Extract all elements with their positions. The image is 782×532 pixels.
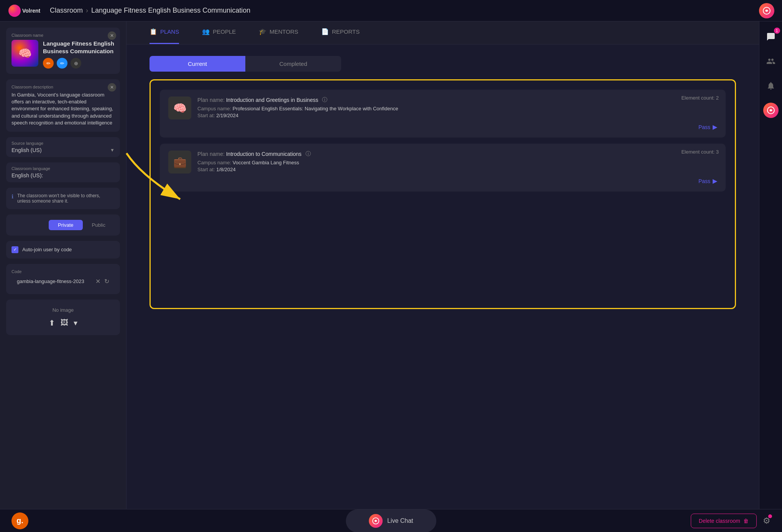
plan-card-1: Element count: 2 🧠 Plan name: xyxy=(160,90,726,138)
upload-actions: ⬆ 🖼 ▾ xyxy=(49,318,77,327)
user-avatar: g. xyxy=(12,512,28,529)
more-icon[interactable]: ▾ xyxy=(74,318,77,327)
plans-container: Element count: 2 🧠 Plan name: xyxy=(150,79,736,309)
description-text: In Gambia, Voccent's language classroom … xyxy=(12,92,115,126)
toggle-tabs: Private Public xyxy=(49,220,115,230)
classroom-thumbnail: 🧠 xyxy=(12,40,38,67)
right-notification-icon[interactable] xyxy=(763,78,779,93)
code-actions: ✕ ↻ xyxy=(95,278,109,285)
tab-mentors-label: MENTORS xyxy=(269,28,298,35)
plan-thumb-1: 🧠 xyxy=(168,97,191,119)
private-tab[interactable]: Private xyxy=(49,220,82,230)
plan-card-2: Element count: 3 💼 Plan name: xyxy=(160,144,726,192)
right-brand-icon[interactable] xyxy=(763,103,779,118)
sidebar: ✕ Classroom name 🧠 Language Fitness Engl… xyxy=(0,21,127,509)
visibility-toggle: Private Public xyxy=(6,214,120,236)
bottom-center: Live Chat xyxy=(346,509,436,532)
close-description[interactable]: ✕ xyxy=(108,83,116,92)
live-chat-button[interactable]: Live Chat xyxy=(346,509,436,532)
tab-people[interactable]: 👥 PEOPLE xyxy=(202,21,236,44)
close-classroom-name[interactable]: ✕ xyxy=(108,31,116,40)
gallery-icon[interactable]: 🖼 xyxy=(61,318,68,327)
delete-classroom-button[interactable]: Delete classroom 🗑 xyxy=(691,514,757,528)
source-language-arrow: ▼ xyxy=(110,147,115,153)
action-icons: ✏ ✏ ⊕ xyxy=(43,58,115,69)
bottom-bar: g. Live Chat Delete classroom 🗑 ⚙ xyxy=(0,509,782,532)
svg-text:Volrent: Volrent xyxy=(22,8,41,14)
description-label: Classroom description xyxy=(12,85,115,89)
pass-play-icon-1: ▶ xyxy=(713,123,717,131)
plan-title-row-1: Plan name: Introduction and Greetings in… xyxy=(197,97,717,103)
plans-icon: 📋 xyxy=(150,28,157,35)
code-refresh-btn[interactable]: ↻ xyxy=(104,278,109,285)
logo[interactable]: Volrent xyxy=(8,4,42,18)
plan-pass-row-2: Pass ▶ xyxy=(168,177,717,185)
pass-btn-2[interactable]: Pass ▶ xyxy=(698,177,717,185)
plan-title-row-2: Plan name: Introduction to Communication… xyxy=(197,151,717,157)
plan-campus-2: Campus name: Voccent Gambia Lang Fitness xyxy=(197,160,717,165)
plan-info-icon-2[interactable]: ⓘ xyxy=(306,151,311,157)
settings-badge xyxy=(768,514,772,518)
classroom-name-label: Classroom name xyxy=(12,33,115,38)
code-clear-btn[interactable]: ✕ xyxy=(95,278,100,285)
plan-content: Current Completed Element count: 2 🧠 xyxy=(127,44,759,509)
classroom-title: Language Fitness English Business Commun… xyxy=(43,40,115,55)
classroom-language-value: English (US): xyxy=(12,172,115,178)
tab-plans[interactable]: 📋 PLANS xyxy=(150,21,179,44)
source-language-field[interactable]: Source language English (US) ▼ xyxy=(6,137,120,157)
bottom-left: g. xyxy=(12,512,28,529)
view-toggle: Current Completed xyxy=(150,56,341,72)
visibility-notice-text: The classroom won't be visible to others… xyxy=(17,193,115,204)
tab-plans-label: PLANS xyxy=(160,28,179,35)
action-icon-1[interactable]: ✏ xyxy=(43,58,54,69)
plan-start-1: Start at: 2/19/2024 xyxy=(197,113,717,118)
delete-label: Delete classroom xyxy=(699,518,740,524)
action-icon-3[interactable]: ⊕ xyxy=(71,58,81,69)
autojoin-row: ✓ Auto-join user by code xyxy=(12,246,115,253)
autojoin-checkbox[interactable]: ✓ xyxy=(12,246,18,253)
main-layout: ✕ Classroom name 🧠 Language Fitness Engl… xyxy=(0,21,782,509)
classroom-language-label: Classroom language xyxy=(12,166,115,171)
upload-icon[interactable]: ⬆ xyxy=(49,318,55,327)
bottom-right: Delete classroom 🗑 ⚙ xyxy=(691,514,770,528)
svg-point-0 xyxy=(8,5,21,17)
visibility-notice-box: ℹ The classroom won't be visible to othe… xyxy=(6,188,120,209)
classroom-language-field: Classroom language English (US): xyxy=(6,162,120,182)
image-upload-card: No image ⬆ 🖼 ▾ xyxy=(6,300,120,335)
pass-btn-1[interactable]: Pass ▶ xyxy=(698,123,717,131)
current-btn[interactable]: Current xyxy=(150,56,245,72)
reports-icon: 📄 xyxy=(321,28,329,35)
no-image-label: No image xyxy=(53,307,74,313)
right-chat-icon[interactable]: 1 xyxy=(763,29,779,44)
code-field: gambia-language-fitness-2023 ✕ ↻ xyxy=(12,274,115,289)
brand-icon-top[interactable] xyxy=(759,3,774,18)
source-language-row: English (US) ▼ xyxy=(12,147,115,153)
classroom-name-card: ✕ Classroom name 🧠 Language Fitness Engl… xyxy=(6,28,120,74)
mentors-icon: 🎓 xyxy=(259,28,266,35)
plan-card-1-top: 🧠 Plan name: Introduction and Greetings … xyxy=(168,97,717,119)
source-language-label: Source language xyxy=(12,141,115,146)
plan-start-2: Start at: 1/8/2024 xyxy=(197,167,717,172)
plan-info-icon-1[interactable]: ⓘ xyxy=(322,97,327,103)
main-content: 📋 PLANS 👥 PEOPLE 🎓 MENTORS 📄 REPORTS Cur… xyxy=(127,21,759,509)
breadcrumb-current: Language Fitness English Business Commun… xyxy=(91,7,250,15)
right-sidebar: 1 xyxy=(759,21,782,509)
tab-mentors[interactable]: 🎓 MENTORS xyxy=(259,21,298,44)
plan-info-2: Plan name: Introduction to Communication… xyxy=(197,151,717,172)
breadcrumb-classroom[interactable]: Classroom xyxy=(50,7,83,15)
source-language-value: English (US) xyxy=(12,147,42,153)
right-people-icon[interactable] xyxy=(763,54,779,69)
element-count-2: Element count: 3 xyxy=(681,149,719,155)
completed-btn[interactable]: Completed xyxy=(245,56,341,72)
tab-reports[interactable]: 📄 REPORTS xyxy=(321,21,360,44)
people-icon: 👥 xyxy=(202,28,210,35)
plan-info-1: Plan name: Introduction and Greetings in… xyxy=(197,97,717,118)
plan-name-2: Plan name: Introduction to Communication… xyxy=(197,151,302,157)
code-card: Code gambia-language-fitness-2023 ✕ ↻ xyxy=(6,264,120,294)
settings-button[interactable]: ⚙ xyxy=(763,516,770,526)
plan-campus-1: Campus name: Professional English Essent… xyxy=(197,106,717,111)
public-tab[interactable]: Public xyxy=(83,220,115,230)
main-tabs: 📋 PLANS 👥 PEOPLE 🎓 MENTORS 📄 REPORTS xyxy=(127,21,759,44)
plan-pass-row-1: Pass ▶ xyxy=(168,123,717,131)
action-icon-2[interactable]: ✏ xyxy=(57,58,67,69)
